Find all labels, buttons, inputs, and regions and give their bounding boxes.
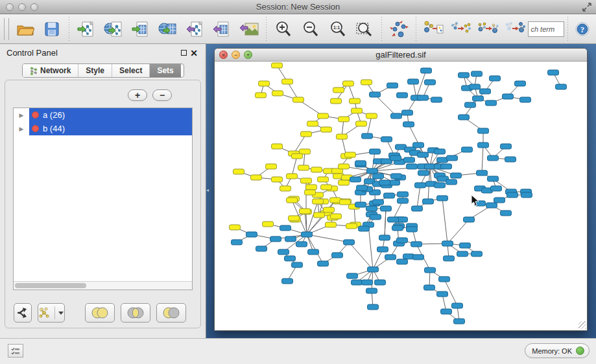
- graph-node[interactable]: [324, 207, 335, 212]
- graph-node[interactable]: [282, 79, 293, 84]
- graph-node[interactable]: [407, 227, 418, 232]
- graph-node[interactable]: [404, 157, 415, 163]
- graph-node[interactable]: [366, 206, 377, 211]
- save-session-button[interactable]: [39, 16, 66, 42]
- graph-node[interactable]: [501, 144, 512, 149]
- horizontal-scrollbar[interactable]: [14, 281, 192, 290]
- graph-node[interactable]: [477, 170, 488, 176]
- close-panel-icon[interactable]: ✕: [189, 48, 199, 58]
- graph-node[interactable]: [272, 91, 283, 96]
- graph-node[interactable]: [488, 155, 499, 161]
- graph-node[interactable]: [403, 122, 414, 127]
- graph-node[interactable]: [362, 280, 373, 285]
- graph-node[interactable]: [447, 155, 458, 161]
- expander-icon[interactable]: ▶: [14, 112, 29, 119]
- new-network-from-visible-button[interactable]: [501, 16, 529, 42]
- close-window-icon[interactable]: [6, 3, 14, 11]
- graph-node[interactable]: [313, 199, 324, 204]
- graph-node[interactable]: [370, 92, 381, 97]
- graph-node[interactable]: [415, 183, 426, 188]
- graph-node[interactable]: [444, 256, 455, 261]
- toolbar-grip[interactable]: [4, 18, 9, 40]
- graph-node[interactable]: [460, 243, 471, 248]
- graph-node[interactable]: [397, 238, 408, 243]
- graph-node[interactable]: [451, 173, 462, 178]
- graph-node[interactable]: [321, 127, 332, 132]
- graph-node[interactable]: [340, 199, 351, 205]
- graph-node[interactable]: [307, 121, 318, 126]
- help-button[interactable]: ?: [571, 16, 593, 42]
- graph-node[interactable]: [507, 192, 518, 198]
- export-table-button[interactable]: [208, 16, 235, 42]
- graph-node[interactable]: [418, 95, 429, 100]
- graph-node[interactable]: [464, 217, 475, 222]
- task-history-button[interactable]: [8, 344, 23, 358]
- graph-node[interactable]: [367, 168, 378, 174]
- graph-node[interactable]: [343, 81, 354, 86]
- graph-node[interactable]: [339, 117, 350, 122]
- graph-node[interactable]: [330, 198, 341, 203]
- set-difference-button[interactable]: [156, 303, 186, 323]
- tab-network[interactable]: Network: [23, 64, 78, 77]
- graph-node[interactable]: [308, 249, 319, 255]
- graph-node[interactable]: [398, 198, 409, 203]
- graph-node[interactable]: [272, 144, 283, 149]
- graph-node[interactable]: [296, 242, 307, 247]
- graph-node[interactable]: [305, 190, 316, 195]
- graph-node[interactable]: [318, 261, 329, 266]
- graph-node[interactable]: [306, 185, 317, 190]
- graph-node[interactable]: [384, 193, 395, 198]
- graph-node[interactable]: [390, 155, 401, 161]
- graph-node[interactable]: [398, 192, 409, 197]
- memory-status-button[interactable]: Memory: OK: [525, 343, 590, 358]
- graph-node[interactable]: [424, 285, 435, 290]
- graph-node[interactable]: [435, 149, 446, 154]
- graph-node[interactable]: [352, 280, 363, 285]
- import-network-web-button[interactable]: [100, 16, 127, 42]
- graph-node[interactable]: [355, 202, 366, 207]
- graph-node[interactable]: [478, 128, 489, 133]
- chevron-down-icon[interactable]: [58, 312, 64, 315]
- export-image-button[interactable]: [235, 16, 263, 42]
- graph-node[interactable]: [321, 185, 332, 190]
- graph-node[interactable]: [407, 164, 418, 169]
- graph-node[interactable]: [391, 113, 402, 119]
- graph-node[interactable]: [256, 246, 267, 251]
- graph-node[interactable]: [454, 319, 465, 324]
- tab-select[interactable]: Select: [112, 64, 150, 77]
- graph-node[interactable]: [368, 267, 379, 272]
- network-window-titlebar[interactable]: × − + galFiltered.sif: [215, 49, 587, 62]
- graph-node[interactable]: [300, 209, 311, 214]
- graph-node[interactable]: [359, 226, 370, 231]
- graph-node[interactable]: [301, 131, 312, 137]
- graph-node[interactable]: [457, 251, 468, 256]
- import-table-web-button[interactable]: [154, 16, 182, 42]
- graph-node[interactable]: [301, 178, 312, 183]
- graph-node[interactable]: [423, 199, 434, 204]
- graph-node[interactable]: [490, 76, 501, 81]
- graph-node[interactable]: [389, 180, 400, 185]
- graph-node[interactable]: [435, 183, 446, 188]
- graph-node[interactable]: [278, 249, 289, 255]
- set-intersection-button[interactable]: [121, 303, 150, 323]
- graph-node[interactable]: [366, 288, 377, 293]
- graph-node[interactable]: [361, 80, 372, 85]
- graph-node[interactable]: [318, 113, 329, 119]
- graph-node[interactable]: [293, 97, 304, 102]
- graph-node[interactable]: [314, 212, 325, 218]
- graph-node[interactable]: [442, 241, 453, 246]
- graph-node[interactable]: [480, 89, 491, 94]
- graph-node[interactable]: [311, 167, 322, 172]
- graph-node[interactable]: [437, 291, 448, 297]
- graph-node[interactable]: [421, 68, 432, 73]
- graph-node[interactable]: [465, 102, 476, 108]
- import-table-file-button[interactable]: [127, 16, 154, 42]
- graph-node[interactable]: [298, 165, 309, 170]
- graph-node[interactable]: [331, 98, 342, 104]
- graph-node[interactable]: [233, 169, 244, 174]
- add-set-button[interactable]: +: [128, 89, 147, 101]
- graph-node[interactable]: [272, 177, 283, 182]
- graph-node[interactable]: [318, 177, 329, 182]
- open-session-button[interactable]: [12, 16, 39, 42]
- graph-node[interactable]: [337, 134, 348, 139]
